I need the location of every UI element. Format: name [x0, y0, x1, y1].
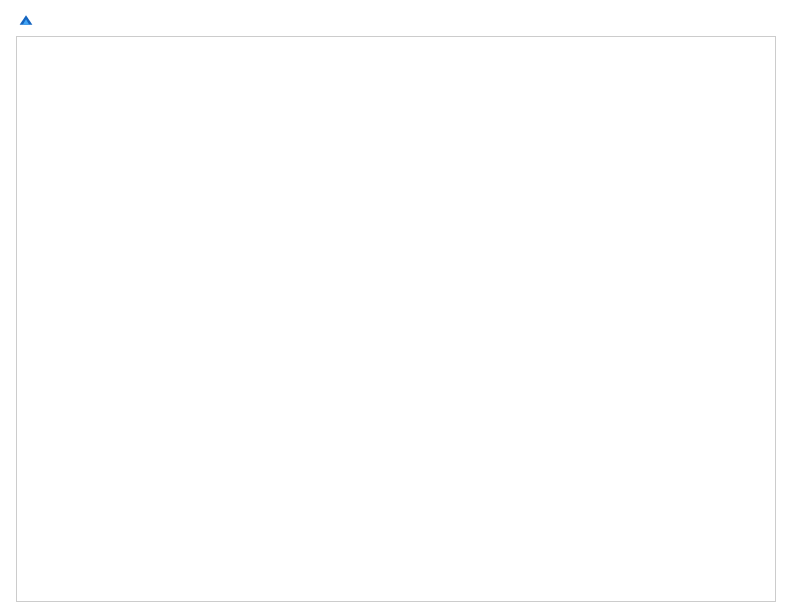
logo-text [16, 12, 34, 28]
logo-icon [18, 12, 34, 28]
logo [16, 12, 34, 28]
calendar [16, 36, 776, 602]
header [16, 12, 776, 28]
calendar-body [17, 37, 775, 601]
page [0, 0, 792, 612]
